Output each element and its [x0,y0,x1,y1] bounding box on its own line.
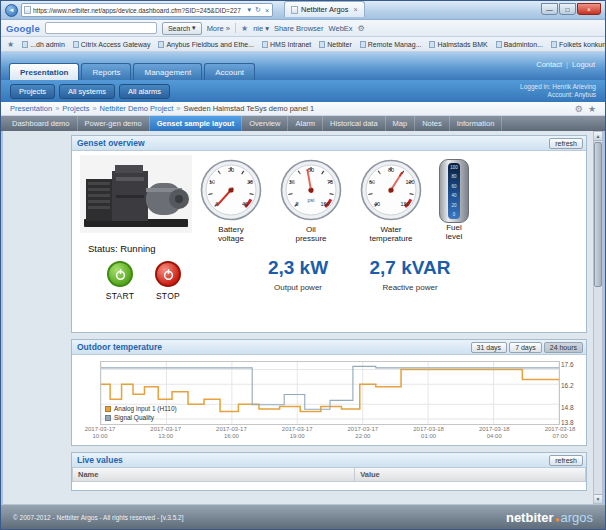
browser-tab[interactable]: Netbiter Argos × [284,1,365,17]
tab-genset-sample-layout[interactable]: Genset sample layout [150,116,243,131]
favorite-link[interactable]: Folkets konkurr... [551,41,605,48]
user-menu[interactable]: nie ▾ [253,24,269,33]
svg-text:0: 0 [295,201,298,207]
y-axis-left: 24.8 24.5 24.1 23.8 [73,361,98,425]
tab-historical-data[interactable]: Historical data [323,116,386,131]
nav-tab-reports[interactable]: Reports [81,63,131,80]
search-label: Search [168,25,190,32]
favorite-link[interactable]: Halmstads BMK [429,41,487,48]
gauge-label: Fuel level [430,224,478,241]
column-header-value[interactable]: Value [355,468,586,482]
address-bar[interactable]: ▾ ↻ × [21,3,273,17]
favorite-link[interactable]: ...dh admin [22,41,65,48]
contact-link[interactable]: Contact [536,60,562,69]
start-button[interactable] [107,261,133,287]
breadcrumb-item[interactable]: Presentation [10,104,52,113]
google-search-input[interactable] [45,22,157,34]
svg-text:psi: psi [307,197,314,203]
gauge-oil-pressure: 0 25 50 75 100 psi Oil pres [274,159,348,243]
favicon [551,41,557,48]
reactive-power-readout: 2,7 kVAR Reactive power [344,257,476,292]
tab-information[interactable]: Information [450,116,503,131]
breadcrumb-item[interactable]: Projects [62,104,89,113]
status-value: Running [120,243,155,254]
x-axis-tick: 2017-03-1807:00 [545,426,576,440]
period-24-hours-button[interactable]: 24 hours [544,342,583,353]
stop-icon[interactable]: × [264,7,270,14]
toolbar-divider [235,23,236,33]
power-icon [162,268,175,281]
scrollbar-thumb[interactable] [594,142,602,287]
nav-tab-presentation[interactable]: Presentation [9,63,79,80]
favorite-label: HMS Intranet [270,41,311,48]
bookmark-star-icon[interactable]: ★ [241,24,248,33]
nav-tab-management[interactable]: Management [133,63,202,80]
settings-gear-icon[interactable]: ⚙ [358,24,365,33]
logout-link[interactable]: Logout [572,60,595,69]
page-favicon [24,6,31,14]
x-axis-tick: 2017-03-1716:00 [216,426,247,440]
reactive-power-value: 2,7 kVAR [344,257,476,279]
back-button[interactable]: ◄ [5,4,18,17]
breadcrumb: Presentation » Projects » Netbiter Demo … [1,102,605,116]
all-alarms-button[interactable]: All alarms [119,84,170,99]
close-button[interactable]: × [577,3,601,15]
nav-tab-account[interactable]: Account [204,63,255,80]
genset-body: Status: Running 0 10 20 30 40 [72,151,586,332]
live-values-panel: Live values refresh Name Value [71,452,587,491]
gauge-label: Oil pressure [274,226,348,243]
projects-button[interactable]: Projects [10,84,55,99]
minimize-button[interactable]: — [541,3,558,15]
tab-map[interactable]: Map [386,116,416,131]
favorite-link[interactable]: Remote Manag... [360,41,422,48]
favorite-link[interactable]: Badminton... [496,41,543,48]
status-label: Status: [88,243,118,254]
breadcrumb-item[interactable]: Netbiter Demo Project [100,104,174,113]
webex-button[interactable]: WebEx [329,24,353,33]
tab-alarm[interactable]: Alarm [288,116,323,131]
url-input[interactable] [33,7,245,14]
address-dropdown-icon[interactable]: ▾ [247,6,253,14]
breadcrumb-item-current: Sweden Halmstad TeSys demo panel 1 [184,104,315,113]
scroll-down-arrow[interactable]: ▼ [594,494,602,503]
share-browser-button[interactable]: Share Browser [274,24,324,33]
legend-item: Analog input 1 (H110) [105,405,177,414]
favorite-link[interactable]: Citrix Access Gateway [73,41,151,48]
fuel-scale: 100 80 60 40 20 0 [448,163,460,219]
vertical-scrollbar[interactable]: ▲ ▼ [593,131,603,504]
x-axis: 2017-03-1710:00 2017-03-1713:00 2017-03-… [100,426,560,443]
panel-title: Genset overview [77,138,145,148]
genset-image [80,155,192,233]
favicon [319,41,325,48]
refresh-icon[interactable]: ↻ [254,6,262,14]
tab-dashboard-demo[interactable]: Dashboard demo [5,116,78,131]
maximize-button[interactable]: □ [559,3,576,15]
tools-icon[interactable]: ⚙ [575,104,583,114]
refresh-button[interactable]: refresh [549,138,583,149]
google-search-button[interactable]: Search ▾ [162,22,202,35]
stop-button[interactable] [155,261,181,287]
favorite-star-icon[interactable]: ★ [588,104,596,114]
period-7-days-button[interactable]: 7 days [509,342,542,353]
favorite-link[interactable]: Netbiter [319,41,352,48]
tab-notes[interactable]: Notes [415,116,450,131]
all-systems-button[interactable]: All systems [59,84,115,99]
google-more-button[interactable]: More » [207,24,230,33]
scroll-up-arrow[interactable]: ▲ [594,132,602,141]
favicon [360,41,366,48]
tab-power-gen-demo[interactable]: Power-gen demo [78,116,150,131]
start-label: START [98,291,142,301]
favorites-star-icon[interactable]: ★ [7,40,14,49]
panel-header: Outdoor temperature 31 days 7 days 24 ho… [72,340,586,355]
refresh-button[interactable]: refresh [549,455,583,466]
favorite-label: Halmstads BMK [437,41,487,48]
svg-text:40: 40 [242,201,248,207]
svg-text:75: 75 [327,179,333,185]
favorite-link[interactable]: HMS Intranet [262,41,311,48]
favorite-link[interactable]: Anybus Fieldbus and Ethe... [158,41,254,48]
favorite-label: Badminton... [504,41,543,48]
tab-overview[interactable]: Overview [242,116,288,131]
column-header-name[interactable]: Name [73,468,355,482]
tab-close-icon[interactable]: × [354,6,358,13]
period-31-days-button[interactable]: 31 days [471,342,508,353]
